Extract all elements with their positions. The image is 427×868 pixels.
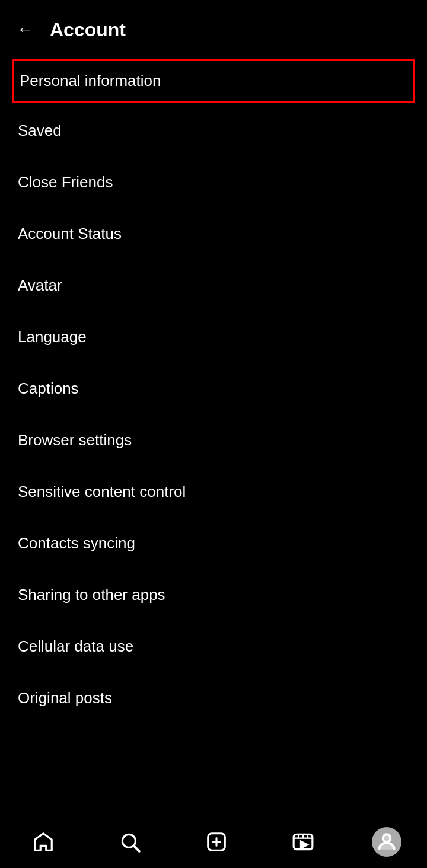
bottom-nav <box>0 815 427 868</box>
menu-item[interactable]: Original posts <box>12 672 415 724</box>
menu-item[interactable]: Captions <box>12 363 415 414</box>
nav-home-button[interactable] <box>26 824 61 860</box>
home-icon <box>32 831 55 853</box>
menu-item[interactable]: Sharing to other apps <box>12 569 415 621</box>
nav-reels-button[interactable] <box>285 824 321 860</box>
nav-profile-button[interactable] <box>372 827 401 857</box>
create-icon <box>205 831 228 853</box>
search-icon <box>119 831 141 853</box>
nav-create-button[interactable] <box>199 824 234 860</box>
menu-item[interactable]: Language <box>12 311 415 363</box>
menu-item[interactable]: Saved <box>12 105 415 157</box>
menu-list: Personal informationSavedClose FriendsAc… <box>0 59 427 724</box>
profile-avatar-icon <box>375 831 398 853</box>
menu-item[interactable]: Avatar <box>12 260 415 311</box>
menu-item[interactable]: Contacts syncing <box>12 518 415 569</box>
svg-point-11 <box>383 834 391 842</box>
menu-item[interactable]: Cellular data use <box>12 621 415 672</box>
menu-item[interactable]: Sensitive content control <box>12 466 415 518</box>
svg-line-1 <box>134 846 139 851</box>
menu-item[interactable]: Close Friends <box>12 157 415 208</box>
menu-item[interactable]: Personal information <box>12 59 415 103</box>
nav-search-button[interactable] <box>112 824 148 860</box>
reels-icon <box>292 831 314 853</box>
header: ← Account <box>0 0 427 59</box>
back-arrow-icon: ← <box>17 20 33 39</box>
svg-marker-10 <box>301 842 307 848</box>
menu-item[interactable]: Account Status <box>12 208 415 260</box>
page-title: Account <box>50 19 126 41</box>
menu-item[interactable]: Browser settings <box>12 414 415 466</box>
back-button[interactable]: ← <box>12 15 38 44</box>
